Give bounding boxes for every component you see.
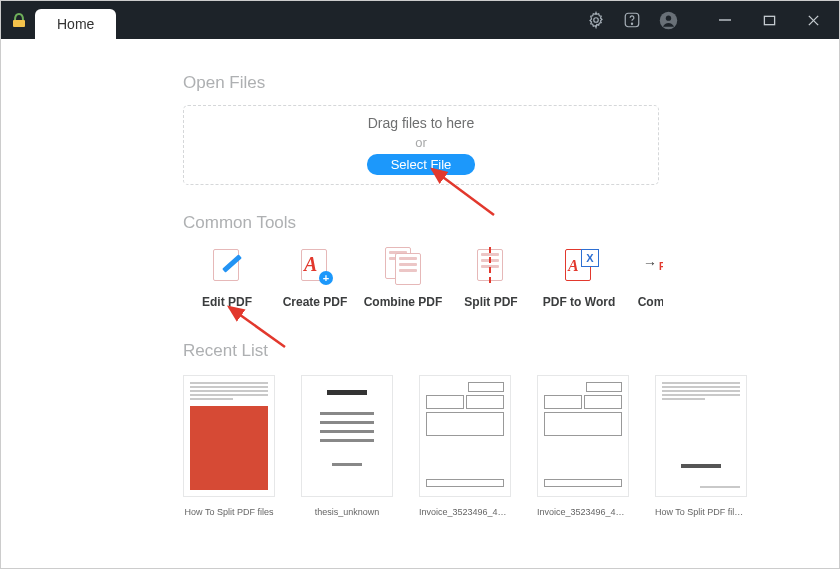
tool-split-pdf[interactable]: Split PDF (447, 247, 535, 309)
thumbnail (537, 375, 629, 497)
recent-list-title: Recent List (183, 341, 839, 361)
drop-or: or (415, 135, 427, 150)
account-icon[interactable] (651, 4, 685, 36)
close-button[interactable] (795, 4, 831, 36)
tool-edit-pdf[interactable]: Edit PDF (183, 247, 271, 309)
svg-point-3 (631, 23, 632, 24)
recent-item[interactable]: How To Split PDF files (183, 375, 275, 517)
svg-point-5 (665, 15, 670, 20)
recent-item[interactable]: Invoice_3523496_4_2023 (3) (419, 375, 511, 517)
recent-label: Invoice_3523496_4_2023 (3) (419, 507, 511, 517)
titlebar: Home (1, 1, 839, 39)
tab-home[interactable]: Home (35, 9, 116, 39)
tool-label: Split PDF (464, 295, 517, 309)
recent-item[interactable]: How To Split PDF files_OCR (655, 375, 747, 517)
tool-create-pdf[interactable]: A+ Create PDF (271, 247, 359, 309)
drop-text: Drag files to here (368, 115, 475, 131)
svg-rect-0 (13, 20, 25, 27)
recent-label: thesis_unknown (301, 507, 393, 517)
minimize-button[interactable] (707, 4, 743, 36)
edit-pdf-icon (207, 247, 247, 285)
common-tools-title: Common Tools (183, 213, 839, 233)
compress-icon: → ← PDF (647, 247, 663, 285)
thumbnail (301, 375, 393, 497)
tool-label: Compress (638, 295, 663, 309)
thumbnail (419, 375, 511, 497)
recent-item[interactable]: thesis_unknown (301, 375, 393, 517)
recent-item[interactable]: Invoice_3523496_4_2023 (2) (537, 375, 629, 517)
drop-zone[interactable]: Drag files to here or Select File (183, 105, 659, 185)
recent-label: How To Split PDF files (183, 507, 275, 517)
settings-icon[interactable] (579, 4, 613, 36)
svg-point-1 (594, 18, 599, 23)
tool-label: Combine PDF (364, 295, 443, 309)
select-file-button[interactable]: Select File (367, 154, 476, 175)
recent-label: How To Split PDF files_OCR (655, 507, 747, 517)
main-content: Open Files Drag files to here or Select … (1, 39, 839, 568)
tool-combine-pdf[interactable]: Combine PDF (359, 247, 447, 309)
recent-list: How To Split PDF files thesis_unknown (183, 375, 839, 517)
thumbnail (655, 375, 747, 497)
tool-label: PDF to Word (543, 295, 615, 309)
tool-label: Edit PDF (202, 295, 252, 309)
app-logo-icon (9, 10, 29, 30)
open-files-title: Open Files (183, 73, 839, 93)
tool-label: Create PDF (283, 295, 348, 309)
tool-pdf-to-word[interactable]: A X PDF to Word (535, 247, 623, 309)
pdf-to-word-icon: A X (559, 247, 599, 285)
maximize-button[interactable] (751, 4, 787, 36)
svg-rect-7 (764, 16, 774, 24)
recent-label: Invoice_3523496_4_2023 (2) (537, 507, 629, 517)
common-tools-list: Edit PDF A+ Create PDF Combine PDF (183, 247, 663, 309)
split-pdf-icon (471, 247, 511, 285)
tool-compress[interactable]: → ← PDF Compress (623, 247, 663, 309)
help-icon[interactable] (615, 4, 649, 36)
thumbnail (183, 375, 275, 497)
app-window: Home Open Files Drag files to here o (0, 0, 840, 569)
create-pdf-icon: A+ (295, 247, 335, 285)
combine-pdf-icon (383, 247, 423, 285)
